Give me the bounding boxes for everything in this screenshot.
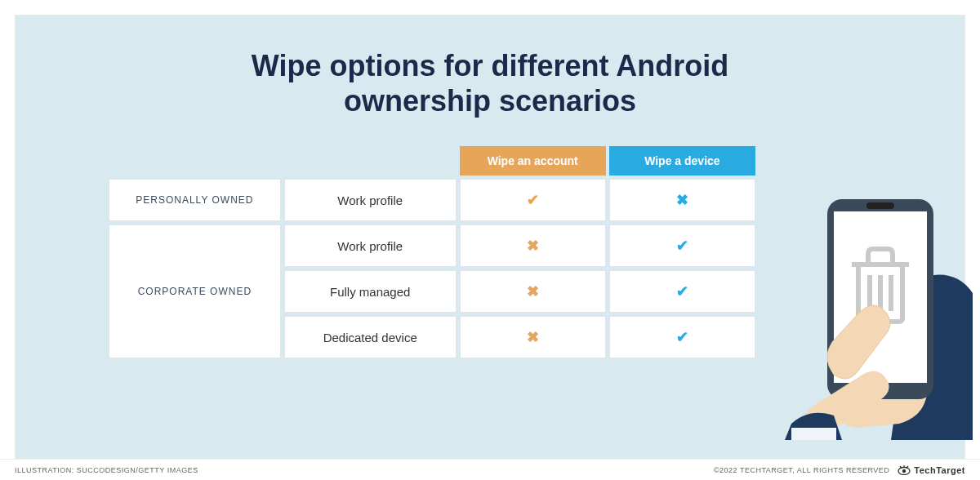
svg-rect-2: [866, 202, 894, 209]
scenario-cell: Work profile: [284, 179, 457, 221]
hand-phone-illustration: [752, 171, 973, 440]
mark-cell: ✔: [609, 270, 755, 313]
mark-cell: ✖: [460, 316, 606, 358]
ownership-personal: PERSONALLY OWNED: [109, 179, 281, 221]
table-row: PERSONALLY OWNED Work profile ✔ ✖: [109, 179, 755, 221]
cross-icon: ✖: [527, 283, 539, 300]
eye-icon: [898, 465, 911, 475]
svg-rect-7: [791, 428, 836, 440]
header-blank-2: [284, 146, 457, 176]
check-icon: ✔: [676, 283, 688, 300]
cross-icon: ✖: [527, 238, 539, 254]
cross-icon: ✖: [527, 329, 539, 345]
ownership-corporate: CORPORATE OWNED: [109, 224, 281, 358]
diagram-panel: Wipe options for different Android owner…: [15, 15, 965, 465]
outer-frame: Wipe options for different Android owner…: [0, 0, 980, 480]
cross-icon: ✖: [676, 192, 688, 208]
check-icon: ✔: [676, 238, 688, 254]
mark-cell: ✔: [609, 316, 755, 358]
comparison-table-wrap: Wipe an account Wipe a device PERSONALLY…: [105, 143, 759, 362]
techtarget-logo: TechTarget: [898, 465, 965, 475]
illustration-credit: ILLUSTRATION: SUCCODESIGN/GETTY IMAGES: [15, 466, 198, 474]
footer-bar: ILLUSTRATION: SUCCODESIGN/GETTY IMAGES ©…: [0, 459, 980, 480]
header-wipe-account: Wipe an account: [460, 146, 606, 176]
table-header-row: Wipe an account Wipe a device: [109, 146, 755, 176]
scenario-cell: Work profile: [284, 224, 457, 267]
header-blank-1: [109, 146, 281, 176]
mark-cell: ✖: [460, 270, 606, 313]
check-icon: ✔: [527, 192, 539, 208]
diagram-title: Wipe options for different Android owner…: [16, 16, 964, 143]
table-row: CORPORATE OWNED Work profile ✖ ✔: [109, 224, 755, 267]
scenario-cell: Dedicated device: [284, 316, 457, 358]
svg-point-9: [902, 469, 906, 472]
mark-cell: ✔: [460, 179, 606, 221]
mark-cell: ✖: [460, 224, 606, 267]
copyright-text: ©2022 TECHTARGET, ALL RIGHTS RESERVED: [714, 466, 889, 474]
mark-cell: ✖: [609, 179, 755, 221]
brand-text: TechTarget: [914, 465, 965, 475]
scenario-cell: Fully managed: [284, 270, 457, 313]
mark-cell: ✔: [609, 224, 755, 267]
comparison-table: Wipe an account Wipe a device PERSONALLY…: [105, 143, 759, 362]
header-wipe-device: Wipe a device: [609, 146, 755, 176]
check-icon: ✔: [676, 329, 688, 345]
